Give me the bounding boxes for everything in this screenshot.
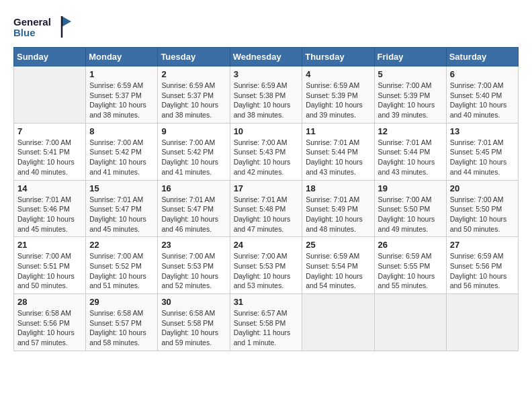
day-cell: 26Sunrise: 6:59 AM Sunset: 5:55 PM Dayli…: [374, 237, 446, 294]
day-cell: 7Sunrise: 7:00 AM Sunset: 5:41 PM Daylig…: [14, 123, 86, 180]
day-number: 9: [161, 126, 226, 136]
day-number: 17: [234, 183, 299, 193]
day-cell: 18Sunrise: 7:01 AM Sunset: 5:49 PM Dayli…: [302, 180, 374, 237]
day-info: Sunrise: 7:00 AM Sunset: 5:50 PM Dayligh…: [378, 195, 443, 234]
day-info: Sunrise: 7:01 AM Sunset: 5:44 PM Dayligh…: [306, 138, 370, 177]
day-number: 4: [306, 69, 370, 79]
day-number: 21: [17, 240, 82, 250]
day-info: Sunrise: 7:00 AM Sunset: 5:43 PM Dayligh…: [234, 138, 299, 177]
day-cell: 1Sunrise: 6:59 AM Sunset: 5:37 PM Daylig…: [86, 66, 158, 124]
day-number: 24: [234, 240, 299, 250]
header: GeneralBlue: [13, 13, 519, 40]
day-cell: 11Sunrise: 7:01 AM Sunset: 5:44 PM Dayli…: [302, 123, 374, 180]
day-info: Sunrise: 6:58 AM Sunset: 5:57 PM Dayligh…: [89, 308, 154, 348]
day-cell: 16Sunrise: 7:01 AM Sunset: 5:47 PM Dayli…: [158, 180, 230, 237]
header-cell-saturday: Saturday: [446, 48, 518, 66]
day-cell: 23Sunrise: 7:00 AM Sunset: 5:53 PM Dayli…: [158, 237, 230, 294]
day-cell: 20Sunrise: 7:00 AM Sunset: 5:50 PM Dayli…: [446, 180, 518, 237]
day-cell: [14, 66, 86, 124]
calendar-table: SundayMondayTuesdayWednesdayThursdayFrid…: [13, 47, 519, 351]
day-number: 15: [89, 183, 154, 193]
day-cell: 13Sunrise: 7:01 AM Sunset: 5:45 PM Dayli…: [446, 123, 518, 180]
day-number: 3: [234, 69, 299, 79]
day-cell: 31Sunrise: 6:57 AM Sunset: 5:58 PM Dayli…: [230, 294, 302, 351]
day-number: 29: [89, 297, 154, 307]
day-info: Sunrise: 7:01 AM Sunset: 5:46 PM Dayligh…: [17, 195, 82, 234]
day-cell: [446, 294, 518, 351]
day-cell: 28Sunrise: 6:58 AM Sunset: 5:56 PM Dayli…: [14, 294, 86, 351]
day-number: 27: [450, 240, 515, 250]
day-cell: 5Sunrise: 7:00 AM Sunset: 5:39 PM Daylig…: [374, 66, 446, 124]
header-cell-sunday: Sunday: [14, 48, 86, 66]
day-info: Sunrise: 7:00 AM Sunset: 5:40 PM Dayligh…: [450, 81, 515, 120]
day-info: Sunrise: 6:58 AM Sunset: 5:58 PM Dayligh…: [161, 308, 226, 348]
day-cell: 15Sunrise: 7:01 AM Sunset: 5:47 PM Dayli…: [86, 180, 158, 237]
day-info: Sunrise: 6:59 AM Sunset: 5:37 PM Dayligh…: [89, 81, 154, 120]
day-cell: [374, 294, 446, 351]
day-number: 18: [306, 183, 370, 193]
day-info: Sunrise: 6:57 AM Sunset: 5:58 PM Dayligh…: [234, 308, 299, 348]
day-info: Sunrise: 7:00 AM Sunset: 5:42 PM Dayligh…: [161, 138, 226, 177]
day-info: Sunrise: 6:58 AM Sunset: 5:56 PM Dayligh…: [17, 308, 82, 348]
day-cell: 29Sunrise: 6:58 AM Sunset: 5:57 PM Dayli…: [86, 294, 158, 351]
day-number: 30: [161, 297, 226, 307]
day-number: 19: [378, 183, 443, 193]
day-number: 28: [17, 297, 82, 307]
day-info: Sunrise: 7:00 AM Sunset: 5:50 PM Dayligh…: [450, 195, 515, 234]
day-cell: 3Sunrise: 6:59 AM Sunset: 5:38 PM Daylig…: [230, 66, 302, 124]
day-cell: [302, 294, 374, 351]
day-info: Sunrise: 7:01 AM Sunset: 5:48 PM Dayligh…: [234, 195, 299, 234]
day-info: Sunrise: 6:59 AM Sunset: 5:55 PM Dayligh…: [378, 251, 443, 291]
header-cell-friday: Friday: [374, 48, 446, 66]
week-row-0: 1Sunrise: 6:59 AM Sunset: 5:37 PM Daylig…: [14, 66, 519, 124]
week-row-2: 14Sunrise: 7:01 AM Sunset: 5:46 PM Dayli…: [14, 180, 519, 237]
svg-text:General: General: [13, 16, 51, 28]
week-row-1: 7Sunrise: 7:00 AM Sunset: 5:41 PM Daylig…: [14, 123, 519, 180]
day-cell: 10Sunrise: 7:00 AM Sunset: 5:43 PM Dayli…: [230, 123, 302, 180]
svg-text:Blue: Blue: [13, 27, 36, 38]
day-info: Sunrise: 6:59 AM Sunset: 5:54 PM Dayligh…: [306, 251, 370, 291]
day-cell: 30Sunrise: 6:58 AM Sunset: 5:58 PM Dayli…: [158, 294, 230, 351]
day-cell: 2Sunrise: 6:59 AM Sunset: 5:37 PM Daylig…: [158, 66, 230, 124]
day-number: 16: [161, 183, 226, 193]
day-cell: 25Sunrise: 6:59 AM Sunset: 5:54 PM Dayli…: [302, 237, 374, 294]
day-number: 13: [450, 126, 515, 136]
day-info: Sunrise: 7:00 AM Sunset: 5:53 PM Dayligh…: [161, 251, 226, 291]
day-cell: 6Sunrise: 7:00 AM Sunset: 5:40 PM Daylig…: [446, 66, 518, 124]
day-info: Sunrise: 6:59 AM Sunset: 5:37 PM Dayligh…: [161, 81, 226, 120]
day-info: Sunrise: 7:01 AM Sunset: 5:44 PM Dayligh…: [378, 138, 443, 177]
day-number: 8: [89, 126, 154, 136]
day-info: Sunrise: 6:59 AM Sunset: 5:56 PM Dayligh…: [450, 251, 515, 291]
day-info: Sunrise: 7:01 AM Sunset: 5:47 PM Dayligh…: [89, 195, 154, 234]
logo-icon: GeneralBlue: [13, 13, 74, 40]
header-cell-wednesday: Wednesday: [230, 48, 302, 66]
day-info: Sunrise: 7:01 AM Sunset: 5:47 PM Dayligh…: [161, 195, 226, 234]
day-number: 7: [17, 126, 82, 136]
day-number: 5: [378, 69, 443, 79]
day-cell: 27Sunrise: 6:59 AM Sunset: 5:56 PM Dayli…: [446, 237, 518, 294]
header-cell-tuesday: Tuesday: [158, 48, 230, 66]
day-number: 22: [89, 240, 154, 250]
day-cell: 24Sunrise: 7:00 AM Sunset: 5:53 PM Dayli…: [230, 237, 302, 294]
day-number: 31: [234, 297, 299, 307]
header-cell-thursday: Thursday: [302, 48, 374, 66]
day-cell: 4Sunrise: 6:59 AM Sunset: 5:39 PM Daylig…: [302, 66, 374, 124]
header-row: SundayMondayTuesdayWednesdayThursdayFrid…: [14, 48, 519, 66]
day-cell: 17Sunrise: 7:01 AM Sunset: 5:48 PM Dayli…: [230, 180, 302, 237]
day-number: 20: [450, 183, 515, 193]
day-number: 14: [17, 183, 82, 193]
day-cell: 21Sunrise: 7:00 AM Sunset: 5:51 PM Dayli…: [14, 237, 86, 294]
day-cell: 14Sunrise: 7:01 AM Sunset: 5:46 PM Dayli…: [14, 180, 86, 237]
day-info: Sunrise: 7:00 AM Sunset: 5:51 PM Dayligh…: [17, 251, 82, 291]
day-info: Sunrise: 7:00 AM Sunset: 5:52 PM Dayligh…: [89, 251, 154, 291]
week-row-3: 21Sunrise: 7:00 AM Sunset: 5:51 PM Dayli…: [14, 237, 519, 294]
day-info: Sunrise: 7:00 AM Sunset: 5:53 PM Dayligh…: [234, 251, 299, 291]
day-number: 25: [306, 240, 370, 250]
day-number: 23: [161, 240, 226, 250]
day-cell: 8Sunrise: 7:00 AM Sunset: 5:42 PM Daylig…: [86, 123, 158, 180]
logo: GeneralBlue: [13, 13, 74, 40]
day-number: 2: [161, 69, 226, 79]
day-info: Sunrise: 6:59 AM Sunset: 5:39 PM Dayligh…: [306, 81, 370, 120]
day-info: Sunrise: 7:00 AM Sunset: 5:39 PM Dayligh…: [378, 81, 443, 120]
day-cell: 19Sunrise: 7:00 AM Sunset: 5:50 PM Dayli…: [374, 180, 446, 237]
